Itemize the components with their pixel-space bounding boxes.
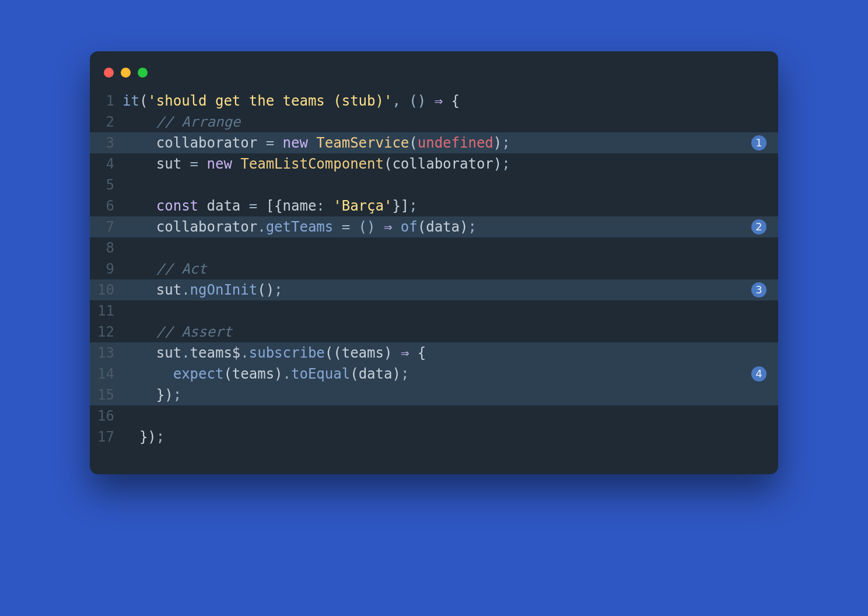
code-token: . bbox=[240, 345, 249, 361]
code-token: ) bbox=[274, 366, 282, 382]
code-token: new bbox=[207, 156, 241, 172]
line-number: 7 bbox=[90, 216, 123, 237]
code-content: sut = new TeamListComponent(collaborator… bbox=[123, 153, 510, 174]
code-token: teams$ bbox=[190, 345, 241, 361]
code-content: collaborator = new TeamService(undefined… bbox=[123, 132, 510, 153]
code-token: undefined bbox=[418, 135, 494, 151]
code-token bbox=[123, 198, 156, 214]
code-token bbox=[123, 282, 156, 298]
line-number: 3 bbox=[90, 132, 123, 153]
code-token: sut bbox=[156, 282, 181, 298]
line-number: 10 bbox=[90, 279, 123, 300]
code-token: TeamListComponent bbox=[240, 156, 384, 172]
code-line: 15 }); bbox=[90, 384, 778, 405]
zoom-icon[interactable] bbox=[138, 68, 148, 78]
code-token: collaborator bbox=[156, 135, 257, 151]
code-token: . bbox=[257, 219, 265, 235]
code-token: ( bbox=[418, 219, 426, 235]
line-number: 8 bbox=[90, 237, 123, 258]
code-token: }) bbox=[156, 387, 173, 403]
code-token bbox=[123, 387, 156, 403]
code-token: name bbox=[283, 198, 317, 214]
code-window: 1it('should get the teams (stub)', () ⇒ … bbox=[90, 51, 778, 474]
code-line: 16 bbox=[90, 405, 778, 426]
code-token: ) bbox=[384, 345, 401, 361]
code-token: sut bbox=[156, 156, 181, 172]
code-token: teams bbox=[342, 345, 384, 361]
code-token: // Act bbox=[156, 261, 207, 277]
code-line: 10 sut.ngOnInit();3 bbox=[90, 279, 778, 300]
code-line: 5 bbox=[90, 174, 778, 195]
code-token: ; bbox=[502, 135, 510, 151]
callout-badge: 4 bbox=[751, 366, 766, 382]
code-token: ; bbox=[468, 219, 476, 235]
code-content: sut.teams$.subscribe((teams) ⇒ { bbox=[123, 342, 426, 363]
code-token: ; bbox=[173, 387, 181, 403]
code-token: // Assert bbox=[156, 324, 232, 340]
code-token bbox=[123, 261, 156, 277]
line-number: 17 bbox=[90, 426, 123, 447]
code-line: 14 expect(teams).toEqual(data);4 bbox=[90, 363, 778, 384]
line-number: 4 bbox=[90, 153, 123, 174]
code-token: ) bbox=[494, 156, 502, 172]
code-token: collaborator bbox=[156, 219, 257, 235]
code-content: }); bbox=[123, 384, 181, 405]
code-token: . bbox=[181, 282, 190, 298]
code-content: collaborator.getTeams = () ⇒ of(data); bbox=[123, 216, 477, 237]
line-number: 2 bbox=[90, 111, 123, 132]
code-content: // Act bbox=[123, 258, 207, 279]
code-token: ; bbox=[401, 366, 409, 382]
code-token bbox=[123, 345, 156, 361]
line-number: 16 bbox=[90, 405, 123, 426]
code-line: 3 collaborator = new TeamService(undefin… bbox=[90, 132, 778, 153]
code-token: ( bbox=[409, 135, 417, 151]
minimize-icon[interactable] bbox=[121, 68, 131, 78]
code-token: , () bbox=[392, 93, 434, 109]
code-token: }) bbox=[139, 429, 156, 445]
code-token: ; bbox=[156, 429, 164, 445]
code-line: 7 collaborator.getTeams = () ⇒ of(data);… bbox=[90, 216, 778, 237]
code-line: 13 sut.teams$.subscribe((teams) ⇒ { bbox=[90, 342, 778, 363]
code-token: (( bbox=[325, 345, 342, 361]
code-token: ) bbox=[460, 219, 468, 235]
callout-badge: 2 bbox=[751, 219, 766, 235]
code-token: ⇒ bbox=[435, 93, 443, 109]
code-token: ( bbox=[223, 366, 232, 382]
line-number: 9 bbox=[90, 258, 123, 279]
code-token: data bbox=[207, 198, 241, 214]
code-line: 17 }); bbox=[90, 426, 778, 447]
code-token: = bbox=[181, 156, 206, 172]
code-token: TeamService bbox=[316, 135, 409, 151]
code-token bbox=[123, 219, 156, 235]
code-token: ) bbox=[392, 366, 400, 382]
line-number: 5 bbox=[90, 174, 123, 195]
code-content: // Assert bbox=[123, 321, 232, 342]
code-content: // Arrange bbox=[123, 111, 240, 132]
code-token: // Arrange bbox=[156, 114, 241, 130]
code-content: }); bbox=[123, 426, 164, 447]
code-token bbox=[123, 135, 156, 151]
code-token: data bbox=[359, 366, 393, 382]
code-line: 12 // Assert bbox=[90, 321, 778, 342]
code-token bbox=[123, 366, 173, 382]
code-token: ⇒ bbox=[384, 219, 392, 235]
code-token: { bbox=[409, 345, 426, 361]
code-token: of bbox=[401, 219, 418, 235]
code-content: expect(teams).toEqual(data); bbox=[123, 363, 409, 384]
stage: 1it('should get the teams (stub)', () ⇒ … bbox=[0, 0, 868, 616]
code-token: subscribe bbox=[249, 345, 325, 361]
code-token: = () bbox=[333, 219, 384, 235]
line-number: 1 bbox=[90, 90, 123, 111]
code-token: const bbox=[156, 198, 207, 214]
code-content: const data = [{name: 'Barça'}]; bbox=[123, 195, 418, 216]
code-line: 2 // Arrange bbox=[90, 111, 778, 132]
code-token: . bbox=[283, 366, 291, 382]
code-token bbox=[123, 114, 156, 130]
window-titlebar bbox=[90, 62, 778, 90]
code-token: ( bbox=[384, 156, 392, 172]
close-icon[interactable] bbox=[104, 68, 114, 78]
code-token: () bbox=[257, 282, 274, 298]
code-token: ⇒ bbox=[401, 345, 409, 361]
code-token bbox=[392, 219, 400, 235]
code-token: = bbox=[240, 198, 265, 214]
